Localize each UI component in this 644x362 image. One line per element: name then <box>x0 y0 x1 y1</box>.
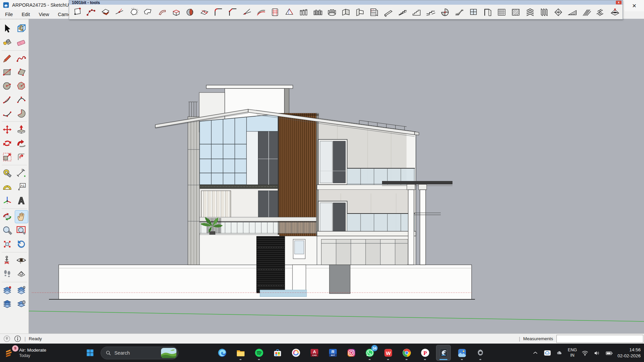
rafters-icon[interactable] <box>581 6 593 18</box>
grille-panel-icon[interactable] <box>496 6 508 18</box>
menu-edit[interactable]: Edit <box>17 12 34 17</box>
rotated-rectangle-tool-icon[interactable] <box>15 66 28 78</box>
tray-chevron-up-icon[interactable] <box>532 349 539 357</box>
escalator-icon[interactable] <box>453 6 465 18</box>
battery-icon[interactable] <box>605 349 613 357</box>
paint-bucket-icon[interactable] <box>1 36 14 49</box>
tape-measure-tool-icon[interactable] <box>1 167 14 179</box>
taskbar-app-copilot[interactable] <box>288 345 303 361</box>
start-button[interactable] <box>83 346 97 360</box>
volume-icon[interactable] <box>593 349 601 357</box>
push-pull-tool-icon[interactable] <box>15 123 28 136</box>
taskbar-app-revit[interactable]: RRVT <box>325 345 340 361</box>
orbit-tool-icon[interactable] <box>1 210 14 223</box>
columns-cluster-icon[interactable] <box>312 6 324 18</box>
taskbar-app-instagram[interactable] <box>344 345 359 361</box>
taskbar-app-whatsapp[interactable]: 34 <box>362 345 377 361</box>
taskbar-app-edge[interactable] <box>215 345 229 361</box>
frame-opening-icon[interactable] <box>269 6 281 18</box>
walk-tool-icon[interactable] <box>1 268 14 280</box>
pan-tool-icon[interactable] <box>15 210 28 223</box>
previous-view-tool-icon[interactable] <box>15 238 28 250</box>
search-box[interactable]: Search <box>101 347 178 359</box>
rectangle-tool-icon[interactable] <box>1 66 14 78</box>
taskbar-app-chrome[interactable] <box>399 345 414 361</box>
spiral-stair-icon[interactable] <box>439 6 451 18</box>
layers-settings-tool-icon[interactable] <box>15 298 28 310</box>
taskbar-app-spotify[interactable] <box>252 345 266 361</box>
threed-text-tool-icon[interactable] <box>15 194 28 207</box>
text-tool-icon[interactable]: A1 <box>15 181 28 193</box>
clock[interactable]: 14:56 02-02-2026 <box>618 347 641 359</box>
rotate-face-icon[interactable] <box>199 6 211 18</box>
fillet-corner-icon[interactable] <box>213 6 225 18</box>
pyramid-icon[interactable] <box>283 6 296 18</box>
curve-ribbon-icon[interactable] <box>156 6 168 18</box>
follow-me-tool-icon[interactable] <box>15 137 28 149</box>
layers-stack-tool-icon[interactable] <box>1 284 14 296</box>
section-plane-tool-icon[interactable]: C <box>15 268 28 280</box>
ramp-icon[interactable] <box>382 6 394 18</box>
protractor-tool-icon[interactable] <box>1 181 14 193</box>
move-tool-icon[interactable] <box>1 123 14 136</box>
scale-tool-icon[interactable] <box>1 151 14 163</box>
taskbar-app-microsoft-store[interactable] <box>270 345 285 361</box>
stair-landing-icon[interactable] <box>425 6 437 18</box>
axes-tool-icon[interactable] <box>1 194 14 207</box>
offset-tool-icon[interactable] <box>15 151 28 163</box>
floor-joists-icon[interactable] <box>595 6 607 18</box>
circle-tool-icon[interactable] <box>1 80 14 92</box>
zoom-tool-icon[interactable] <box>1 224 14 237</box>
window-frame-icon[interactable] <box>467 6 479 18</box>
language-indicator[interactable]: ENG IN <box>568 348 577 358</box>
taskbar-app-pinterest[interactable]: P <box>418 345 432 361</box>
zoom-extents-tool-icon[interactable] <box>1 238 14 250</box>
stair-flight-icon[interactable] <box>396 6 409 18</box>
freehand-tool-icon[interactable] <box>15 52 28 65</box>
menu-view[interactable]: View <box>34 12 53 17</box>
select-tool-icon[interactable] <box>1 22 14 35</box>
offset-curve-icon[interactable] <box>255 6 267 18</box>
wifi-icon[interactable] <box>581 349 589 357</box>
cloud-sync-icon[interactable] <box>556 349 564 357</box>
wall-corner-icon[interactable] <box>354 6 366 18</box>
angle-lines-icon[interactable] <box>241 6 253 18</box>
dome-slice-icon[interactable] <box>184 6 197 18</box>
onedrive-icon[interactable] <box>544 349 551 357</box>
menu-file[interactable]: File <box>1 12 17 17</box>
door-frame-icon[interactable] <box>481 6 493 18</box>
taskbar-app-autocad[interactable]: ACAD <box>307 345 322 361</box>
hatch-panel-icon[interactable] <box>510 6 522 18</box>
columns-row-icon[interactable] <box>298 6 310 18</box>
three-point-arc-tool-icon[interactable] <box>1 107 14 120</box>
chamfer-corner-icon[interactable] <box>227 6 239 18</box>
truss-gable-icon[interactable] <box>567 6 579 18</box>
position-camera-tool-icon[interactable] <box>1 254 14 266</box>
face-offset-icon[interactable] <box>142 6 154 18</box>
layers-gear-tool-icon[interactable] <box>15 284 28 296</box>
taskbar-app-photos[interactable] <box>454 345 469 361</box>
window-close-button[interactable]: ✕ <box>625 0 644 11</box>
vertical-fins-icon[interactable] <box>538 6 550 18</box>
make-component-icon[interactable] <box>15 22 28 35</box>
model-viewport[interactable] <box>29 21 644 334</box>
stair-profile-icon[interactable] <box>411 6 423 18</box>
toolbar-close-button[interactable]: x <box>616 1 622 4</box>
extend-line-icon[interactable] <box>114 6 126 18</box>
two-point-arc-tool-icon[interactable] <box>1 94 14 106</box>
layers-blue-tool-icon[interactable] <box>1 298 14 310</box>
polygon-tool-icon[interactable] <box>15 80 28 92</box>
taskbar-app-settings[interactable] <box>473 345 488 361</box>
louvres-icon[interactable] <box>524 6 536 18</box>
taskbar-app-wps-office[interactable]: W <box>381 345 395 361</box>
dimension-tool-icon[interactable]: 3 <box>15 167 28 179</box>
line-tool-icon[interactable] <box>1 52 14 65</box>
info-icon[interactable] <box>14 335 21 343</box>
polyline-points-icon[interactable] <box>85 6 97 18</box>
truss-panel-icon[interactable] <box>552 6 564 18</box>
search-highlight-image[interactable] <box>161 348 176 358</box>
measurements-input[interactable] <box>556 335 643 343</box>
taskbar-app-sketchup[interactable] <box>436 345 451 361</box>
hip-roof-icon[interactable] <box>609 6 621 18</box>
face-panel-icon[interactable] <box>71 6 83 18</box>
